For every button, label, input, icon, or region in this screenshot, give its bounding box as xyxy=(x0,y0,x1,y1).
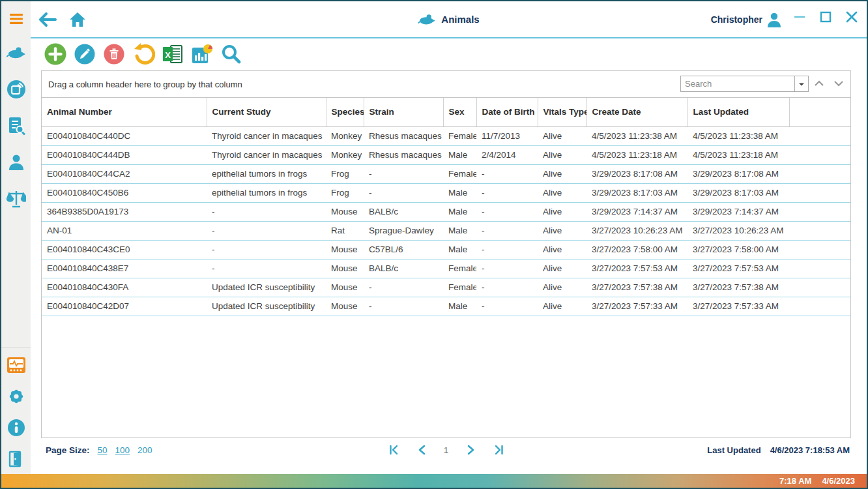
first-page-icon[interactable] xyxy=(387,443,401,457)
table-cell xyxy=(789,126,850,145)
header-row: Animal NumberCurrent StudySpeciesStrainS… xyxy=(42,98,850,126)
reports-chart-button[interactable] xyxy=(190,42,214,66)
table-cell: 4/5/2023 11:23:18 AM xyxy=(687,145,789,164)
table-cell: 4/5/2023 11:23:18 AM xyxy=(586,145,687,164)
table-cell: - xyxy=(476,221,538,240)
group-by-bar[interactable]: Drag a column header here to group by th… xyxy=(42,71,850,98)
table-row[interactable]: AN-01-RatSprague-DawleyMale-Alive3/27/20… xyxy=(42,221,850,240)
search-prev-icon[interactable] xyxy=(813,78,826,89)
undo-button[interactable] xyxy=(132,42,155,66)
table-cell: Alive xyxy=(538,240,586,259)
export-excel-button[interactable]: X xyxy=(161,42,184,66)
column-header[interactable]: Last Updated xyxy=(687,98,789,126)
column-header[interactable]: Date of Birth xyxy=(476,98,538,126)
table-row[interactable]: E004010840C42D07Updated ICR susceptibili… xyxy=(42,297,850,316)
last-page-icon[interactable] xyxy=(491,443,506,457)
table-cell: Female xyxy=(443,259,476,278)
table-cell: 3/27/2023 7:58:00 AM xyxy=(687,240,789,259)
sidebar-item-exit[interactable] xyxy=(1,448,31,470)
sidebar-item-users[interactable] xyxy=(1,151,31,173)
last-updated-value: 4/6/2023 7:18:53 AM xyxy=(770,445,850,455)
search-button[interactable] xyxy=(220,42,243,66)
data-grid-panel: Drag a column header here to group by th… xyxy=(41,70,851,438)
table-cell: Male xyxy=(443,297,476,316)
table-cell: Monkey xyxy=(326,145,364,164)
table-cell: Mouse xyxy=(326,259,364,278)
table-cell: 3/29/2023 8:17:03 AM xyxy=(687,183,789,202)
sidebar-item-settings[interactable] xyxy=(1,385,31,408)
sidebar-item-animals[interactable] xyxy=(1,42,31,64)
table-row[interactable]: 364B9385D0A19173-MouseBALB/cMale-Alive3/… xyxy=(42,202,850,221)
maximize-icon[interactable] xyxy=(816,7,835,27)
sidebar-item-rfid[interactable] xyxy=(1,78,31,100)
table-cell: E004010840C450B6 xyxy=(42,183,207,202)
table-cell: 3/29/2023 8:17:03 AM xyxy=(586,183,687,202)
table-cell: E004010840C444DB xyxy=(42,145,207,164)
back-arrow-icon[interactable] xyxy=(37,9,58,30)
home-icon[interactable] xyxy=(67,9,88,30)
prev-page-icon[interactable] xyxy=(414,443,429,457)
edit-button[interactable] xyxy=(73,42,96,66)
user-area[interactable]: Christopher xyxy=(711,1,782,37)
table-cell: Alive xyxy=(538,297,586,316)
table-cell: 3/27/2023 7:57:53 AM xyxy=(586,259,687,278)
table-row[interactable]: E004010840C450B6epithelial tumors in fro… xyxy=(42,183,850,202)
sidebar-item-info[interactable] xyxy=(1,417,31,439)
add-button[interactable] xyxy=(44,42,67,66)
table-row[interactable]: E004010840C440DCThyroid cancer in macaqu… xyxy=(42,126,850,145)
table-cell: - xyxy=(207,240,326,259)
table-cell: 4/5/2023 11:23:38 AM xyxy=(586,126,687,145)
table-cell: 4/5/2023 11:23:38 AM xyxy=(687,126,789,145)
title-mouse-icon xyxy=(418,13,436,26)
next-page-icon[interactable] xyxy=(464,443,478,457)
table-cell: - xyxy=(476,278,538,297)
table-cell: 3/27/2023 10:26:23 AM xyxy=(586,221,687,240)
table-row[interactable]: E004010840C444DBThyroid cancer in macaqu… xyxy=(42,145,850,164)
column-header[interactable]: Sex xyxy=(443,98,476,126)
window-controls xyxy=(790,1,861,33)
table-cell xyxy=(789,259,850,278)
column-header[interactable] xyxy=(789,98,850,126)
table-cell: Mouse xyxy=(326,278,364,297)
table-cell: 3/27/2023 7:57:33 AM xyxy=(586,297,687,316)
current-page: 1 xyxy=(442,445,451,455)
table-cell: Male xyxy=(443,202,476,221)
table-cell: - xyxy=(364,183,443,202)
column-header[interactable]: Vitals Type xyxy=(538,98,586,126)
grid-search-input[interactable] xyxy=(681,76,794,91)
table-row[interactable]: E004010840C43CE0-MouseC57BL/6Male-Alive3… xyxy=(42,240,850,259)
sidebar-item-vitals[interactable] xyxy=(1,354,31,376)
table-cell: Female xyxy=(443,164,476,183)
close-icon[interactable] xyxy=(842,7,861,27)
column-header[interactable]: Strain xyxy=(364,98,443,126)
table-cell: Rhesus macaques xyxy=(364,145,443,164)
sidebar-item-studies[interactable] xyxy=(1,115,31,137)
search-dropdown-icon[interactable] xyxy=(794,76,808,91)
table-cell: E004010840C430FA xyxy=(42,278,207,297)
delete-button[interactable] xyxy=(102,42,126,66)
column-header[interactable]: Create Date xyxy=(586,98,687,126)
table-cell: 3/27/2023 7:57:53 AM xyxy=(687,259,789,278)
table-cell: C57BL/6 xyxy=(364,240,443,259)
table-cell xyxy=(789,221,850,240)
column-header[interactable]: Species xyxy=(326,98,364,126)
table-row[interactable]: E004010840C438E7-MouseBALB/cFemale-Alive… xyxy=(42,259,850,278)
table-cell: Male xyxy=(443,240,476,259)
table-cell: Mouse xyxy=(326,240,364,259)
table-cell: E004010840C440DC xyxy=(42,126,207,145)
table-cell xyxy=(789,297,850,316)
table-cell: Alive xyxy=(538,278,586,297)
table-cell: 3/27/2023 7:57:33 AM xyxy=(687,297,789,316)
sidebar-item-compliance[interactable] xyxy=(1,188,31,210)
hamburger-menu-icon[interactable] xyxy=(1,8,31,30)
column-header[interactable]: Animal Number xyxy=(42,98,207,126)
search-next-icon[interactable] xyxy=(832,78,845,89)
group-by-hint: Drag a column header here to group by th… xyxy=(42,80,242,89)
table-row[interactable]: E004010840C44CA2epithelial tumors in fro… xyxy=(42,164,850,183)
minimize-icon[interactable] xyxy=(790,7,809,27)
table-row[interactable]: E004010840C430FAUpdated ICR susceptibili… xyxy=(42,278,850,297)
column-header[interactable]: Current Study xyxy=(207,98,326,126)
user-avatar-icon xyxy=(766,11,782,28)
topbar: Animals Christopher xyxy=(31,1,867,38)
last-updated-label: Last Updated xyxy=(707,445,760,455)
